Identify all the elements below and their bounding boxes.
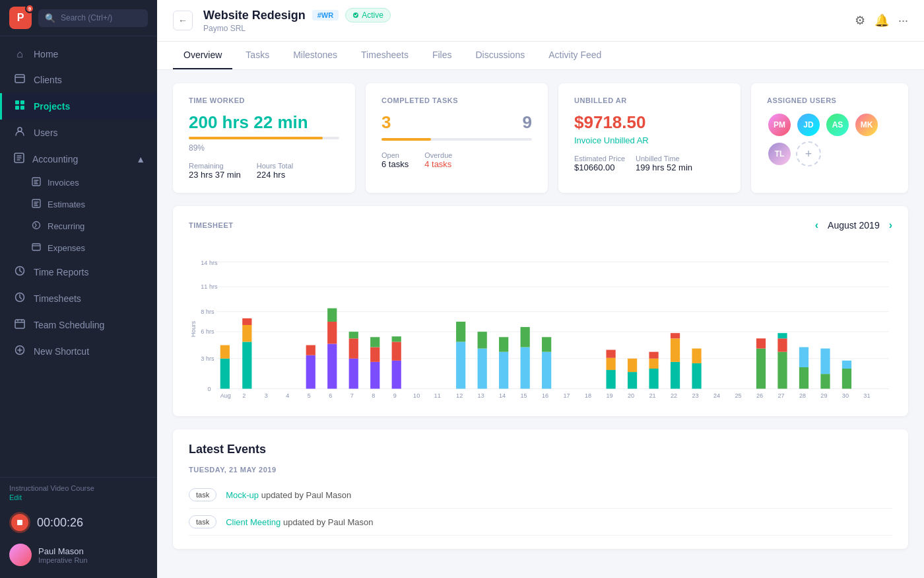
settings-icon[interactable]: ⚙ [855,13,865,28]
svg-rect-58 [542,337,551,351]
event-text-1: Mock-up updated by Paul Mason [226,490,351,500]
svg-rect-45 [370,337,380,347]
svg-rect-46 [392,361,401,389]
more-options-icon[interactable]: ··· [898,14,908,28]
svg-rect-63 [628,359,637,372]
svg-rect-76 [777,333,787,338]
sidebar-item-time-reports[interactable]: Time Reports [0,259,157,285]
tab-timesheets[interactable]: Timesheets [350,42,419,69]
assigned-users-label: ASSIGNED USERS [767,96,892,104]
time-worked-label: TIME WORKED [189,96,339,104]
status-badge: Active [345,8,391,22]
svg-text:31: 31 [863,392,870,399]
chart-title: TIMESHEET [189,221,233,229]
user-avatar [9,544,32,566]
bar-9 [392,336,401,388]
notification-icon[interactable]: 🔔 [874,13,889,28]
app-logo[interactable]: P 9 [9,7,32,29]
sidebar-item-recurring[interactable]: Recurring [32,215,157,237]
tab-milestones[interactable]: Milestones [282,42,348,69]
bar-5 [306,345,315,388]
tab-activity-feed[interactable]: Activity Feed [538,42,612,69]
event-tag-1: task [189,488,216,501]
timer-display: 00:00:26 [37,516,83,530]
sidebar-item-users[interactable]: Users [0,120,157,146]
event-link-2[interactable]: Client Meeting [226,517,280,527]
svg-rect-66 [649,352,658,359]
svg-rect-65 [649,359,658,369]
unbilled-time-detail: Unbilled Time 199 hrs 52 min [636,155,692,172]
svg-rect-52 [478,332,487,348]
timer-stop-button[interactable] [9,512,30,533]
svg-rect-3 [15,106,19,110]
svg-rect-53 [499,352,508,389]
sidebar-item-timesheets[interactable]: Timesheets [0,285,157,312]
chart-prev-button[interactable]: ‹ [815,219,818,231]
svg-rect-2 [20,100,24,104]
svg-text:13: 13 [478,392,484,399]
notification-badge: 9 [25,4,34,13]
overview-content: TIME WORKED 200 hrs 22 min 89% Remaining… [157,70,924,578]
svg-rect-50 [456,322,465,342]
sidebar-item-label: Estimates [48,199,85,209]
time-worked-percent: 89% [189,143,339,153]
sidebar-item-label: Time Reports [34,267,89,277]
svg-text:12: 12 [456,392,463,399]
sidebar-item-clients[interactable]: Clients [0,67,157,93]
overdue-tasks-detail: Overdue 4 tasks [424,151,452,169]
svg-text:Aug: Aug [220,392,231,399]
bar-14 [499,337,508,388]
back-button[interactable]: ← [173,11,193,30]
svg-text:28: 28 [799,392,806,399]
sidebar-item-projects[interactable]: Projects [0,93,157,120]
svg-text:Hours: Hours [190,321,197,338]
bar-30 [842,361,851,389]
svg-rect-68 [671,338,680,362]
timesheets-icon [14,292,26,305]
event-link-1[interactable]: Mock-up [226,490,259,500]
invoices-icon [32,177,41,188]
sidebar-item-team-scheduling[interactable]: Team Scheduling [0,312,157,338]
time-worked-details: Remaining 23 hrs 37 min Hours Total 224 … [189,162,339,180]
event-text-2: Client Meeting updated by Paul Mason [226,517,373,527]
tab-discussions[interactable]: Discussions [465,42,535,69]
bar-13 [478,332,487,388]
svg-rect-72 [756,349,766,389]
add-user-button[interactable]: + [796,141,821,166]
sidebar-item-estimates[interactable]: Estimates [32,194,157,215]
sidebar-item-new-shortcut[interactable]: New Shortcut [0,338,157,365]
sidebar-item-home[interactable]: ⌂ Home [0,42,157,67]
svg-text:18: 18 [585,392,591,399]
stat-card-assigned-users: ASSIGNED USERS PM JD AS MK TL [751,83,908,193]
svg-rect-4 [20,106,24,110]
sidebar-item-invoices[interactable]: Invoices [32,172,157,194]
svg-rect-33 [242,325,251,342]
svg-text:14 hrs: 14 hrs [201,260,218,266]
svg-rect-59 [606,370,615,388]
time-reports-icon [14,266,26,279]
estimates-icon [32,199,41,210]
sidebar: P 9 🔍 Search (Ctrl+/) ⌂ Home Clients Pro… [0,0,157,578]
completed-count: 3 [381,112,391,133]
search-bar[interactable]: 🔍 Search (Ctrl+/) [38,9,148,27]
tab-overview[interactable]: Overview [173,42,232,69]
svg-text:20: 20 [628,392,634,399]
sidebar-item-accounting[interactable]: Accounting ▲ [0,146,157,172]
assigned-avatars: PM JD AS MK TL + [767,112,892,166]
svg-text:14: 14 [499,392,506,399]
edit-label[interactable]: Edit [9,493,148,501]
invoice-link[interactable]: Invoice Unbilled AR [574,135,725,145]
stat-card-unbilled: UNBILLED AR $9718.50 Invoice Unbilled AR… [558,83,741,193]
tab-files[interactable]: Files [422,42,463,69]
svg-rect-55 [521,347,530,389]
unbilled-details: Estimated Price $10660.00 Unbilled Time … [574,155,725,172]
bar-aug [220,345,230,388]
sidebar-item-expenses[interactable]: Expenses [32,237,157,259]
svg-text:29: 29 [820,392,827,399]
svg-rect-40 [349,359,358,389]
stat-card-completed-tasks: COMPLETED TASKS 3 9 Open 6 tasks Overdue… [366,83,548,193]
chart-next-button[interactable]: › [889,219,892,231]
svg-rect-54 [499,337,508,351]
svg-text:2: 2 [242,392,246,399]
tab-tasks[interactable]: Tasks [235,42,280,69]
